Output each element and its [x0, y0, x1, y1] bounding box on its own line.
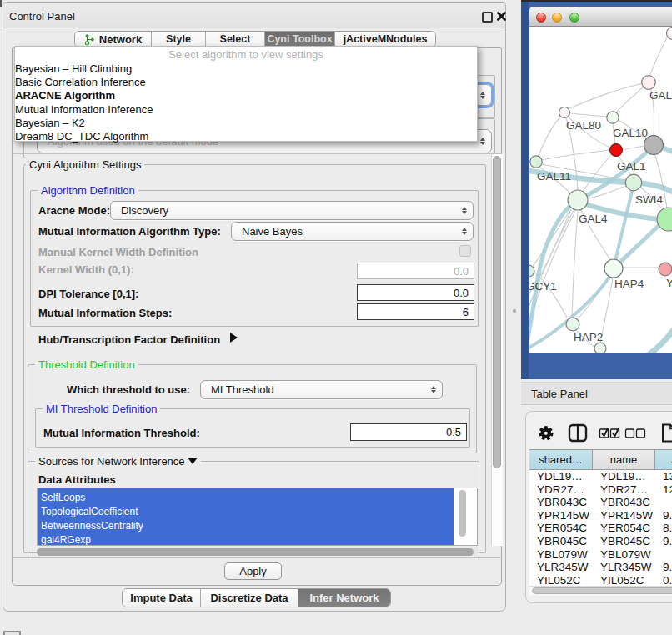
svg-text:GAL80: GAL80	[566, 119, 601, 132]
svg-text:GAL4: GAL4	[579, 212, 608, 225]
svg-text:SWI4: SWI4	[635, 193, 663, 206]
svg-text:GAL10: GAL10	[613, 127, 648, 139]
svg-text:GAL11: GAL11	[537, 170, 571, 182]
svg-text:GCY1: GCY1	[529, 280, 557, 292]
svg-text:HAP4: HAP4	[614, 278, 644, 290]
svg-text:GAL2: GAL2	[649, 89, 672, 102]
svg-text:YD: YD	[666, 277, 672, 289]
svg-text:HAP2: HAP2	[574, 331, 603, 343]
svg-text:GAL1: GAL1	[617, 160, 646, 172]
